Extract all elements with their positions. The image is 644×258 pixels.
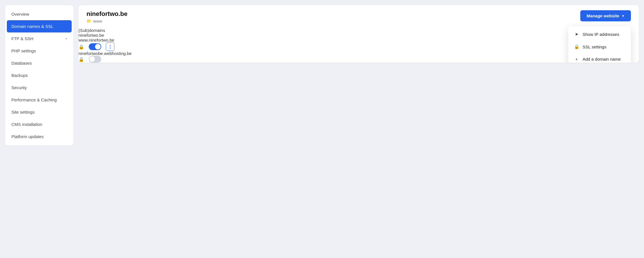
site-path: /www [93,19,102,23]
domain-row-actions: 🔒 [79,56,639,63]
sidebar-item-databases[interactable]: Databases [5,57,73,69]
sidebar-item-label: Overview [11,12,29,17]
sidebar-item-php-settings[interactable]: PHP settings [5,45,73,57]
sidebar-item-label: CMS installation [11,122,42,127]
lock-icon: 🔒 [79,57,84,62]
sidebar-item-site-settings[interactable]: Site settings [5,106,73,118]
domain-row-ninefortwo-be: ninefortwo.be [79,33,639,38]
sidebar-item-performance-caching[interactable]: Performance & Caching [5,94,73,106]
lock-icon: 🔒 [574,44,579,49]
domain-row-www-ninefortwo-be: www.ninefortwo.be🔒⋮ [79,38,639,51]
manage-website-button[interactable]: Manage website ▼ [580,10,631,21]
sidebar-item-backups[interactable]: Backups [5,69,73,81]
domains-section: (Sub)domains ninefortwo.bewww.ninefortwo… [79,28,639,63]
manage-dropdown: ➤Show IP addresses🔒SSL settings+Add a do… [568,26,631,63]
domain-row-actions: 🔒⋮ [79,42,639,51]
manage-btn-label: Manage website [587,13,619,18]
sidebar-item-label: PHP settings [11,48,36,53]
sidebar-item-label: Site settings [11,110,35,114]
sidebar-item-platform-updates[interactable]: Platform updates [5,130,73,143]
ssl-toggle[interactable] [89,43,101,50]
manage-btn-container: Manage website ▼ ➤Show IP addresses🔒SSL … [580,10,631,21]
chevron-down-icon: ▼ [622,14,625,18]
domain-name: ninefortwo.be [79,33,104,38]
domain-name: ninefortwobe.webhosting.be [79,51,132,56]
dropdown-item-add-domain[interactable]: +Add a domain name [568,53,631,63]
card-header-left: ninefortwo.be 📁 /www [86,10,127,23]
site-title: ninefortwo.be [86,10,127,18]
domain-name: www.ninefortwo.be [79,38,114,42]
domain-row-ninefortwobe-webhosting-be: ninefortwobe.webhosting.be🔒 [79,51,639,63]
sidebar-item-domain-names-ssl[interactable]: Domain names & SSL [7,20,72,32]
sidebar-item-security[interactable]: Security [5,81,73,94]
sidebar-item-label: Platform updates [11,134,44,139]
dropdown-item-label: Show IP addresses [583,32,619,37]
sidebar-item-label: Security [11,85,27,90]
toggle-knob [89,56,95,62]
card-header-row: ninefortwo.be 📁 /www Manage website ▼ ➤S… [79,5,639,23]
folder-icon: 📁 [86,19,91,23]
send-icon: ➤ [574,32,579,37]
chevron-down-icon: ▾ [65,37,67,41]
site-path-row: 📁 /www [86,19,127,23]
dropdown-item-ssl-settings[interactable]: 🔒SSL settings [568,40,631,53]
ssl-toggle[interactable] [89,56,101,63]
lock-icon: 🔒 [79,44,84,50]
sidebar-item-label: Backups [11,73,28,78]
sidebar-item-label: Performance & Caching [11,97,57,102]
sidebar-item-cms-installation[interactable]: CMS installation [5,118,73,130]
sidebar-item-ftp-ssh[interactable]: FTP & SSH▾ [5,32,73,45]
main-content: ninefortwo.be 📁 /www Manage website ▼ ➤S… [79,5,639,63]
section-header: (Sub)domains [79,28,639,33]
sidebar-item-label: Domain names & SSL [11,24,53,29]
sidebar-item-label: Databases [11,61,32,65]
domain-card: ninefortwo.be 📁 /www Manage website ▼ ➤S… [79,5,639,63]
dropdown-item-label: Add a domain name [583,57,621,62]
three-dot-button[interactable]: ⋮ [106,42,114,51]
toggle-knob [95,44,101,50]
dropdown-item-show-ip[interactable]: ➤Show IP addresses [568,28,631,40]
sidebar-item-overview[interactable]: Overview [5,8,73,20]
sidebar: OverviewDomain names & SSLFTP & SSH▾PHP … [5,5,73,146]
plus-icon: + [574,57,579,62]
sidebar-item-label: FTP & SSH [11,36,33,41]
dropdown-item-label: SSL settings [583,44,606,49]
